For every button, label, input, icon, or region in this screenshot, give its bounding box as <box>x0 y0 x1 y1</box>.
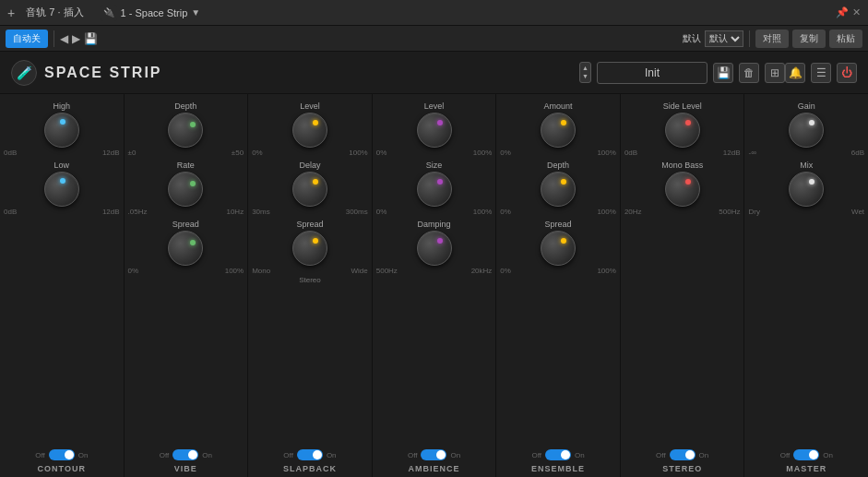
range-left: 0dB <box>4 149 17 157</box>
range-right: 100% <box>473 208 492 216</box>
knob-damping[interactable] <box>417 231 452 266</box>
menu-button[interactable]: ☰ <box>811 63 831 83</box>
nav-fwd-icon[interactable]: ▶ <box>72 32 80 45</box>
module-master: Gain-∞6dBMixDryWetOffOnMASTER <box>744 94 868 477</box>
knob-range: 0dB12dB <box>4 208 120 216</box>
knob-body <box>665 113 700 148</box>
toggle-stereo[interactable] <box>670 449 696 460</box>
module-ambience-knobs: Level0%100%Size0%100%Damping500Hz20kHz <box>376 101 493 446</box>
knob-amount[interactable] <box>541 113 576 148</box>
knob-spread[interactable] <box>168 231 203 266</box>
toggle-ensemble[interactable] <box>545 449 571 460</box>
paste-button[interactable]: 粘贴 <box>829 30 862 48</box>
range-right: 6dB <box>851 149 864 157</box>
range-right: 20kHz <box>471 267 493 275</box>
copy-button[interactable]: 复制 <box>792 30 826 48</box>
plus-icon[interactable]: + <box>7 6 15 20</box>
knob-indicator-dot <box>561 238 566 244</box>
power-button[interactable]: ⏻ <box>837 63 857 83</box>
preset-arrows[interactable]: ▲ ▼ <box>579 62 591 83</box>
toggle-vibe[interactable] <box>172 449 198 460</box>
knob-group-damping: Damping500Hz20kHz <box>376 220 493 275</box>
range-left: ±0 <box>128 149 137 157</box>
module-stereo: Side Level0dB12dBMono Bass20Hz500HzOffOn… <box>621 94 745 477</box>
close-icon[interactable]: ✕ <box>852 6 861 18</box>
knob-gain[interactable] <box>789 113 824 148</box>
toggle-off-label: Off <box>35 451 45 459</box>
module-name-slapback: SLAPBACK <box>283 464 337 473</box>
toggle-ambience[interactable] <box>421 449 446 460</box>
toolbar: 自动关 ◀ ▶ 💾 默认 默认 对照 复制 粘贴 <box>0 26 868 52</box>
nav-back-icon[interactable]: ◀ <box>60 32 68 45</box>
knob-side-level[interactable] <box>665 113 700 148</box>
module-name-ensemble: ENSEMBLE <box>531 464 585 473</box>
knob-mix[interactable] <box>789 172 824 207</box>
pin-icon[interactable]: 📌 <box>836 6 849 18</box>
knob-delay[interactable] <box>292 172 327 207</box>
knob-label-spread: Spread <box>172 220 199 229</box>
toggle-off-label: Off <box>780 451 791 459</box>
delete-preset-button[interactable]: 🗑 <box>739 63 759 83</box>
knob-range: 0%100% <box>376 149 493 157</box>
toggle-off-label: Off <box>656 451 666 459</box>
auto-button[interactable]: 自动关 <box>6 30 48 48</box>
module-ambience: Level0%100%Size0%100%Damping500Hz20kHzOf… <box>373 94 497 477</box>
knob-level[interactable] <box>417 113 452 148</box>
knob-indicator-dot <box>190 240 196 245</box>
header-right: 🔔 ☰ ⏻ <box>785 63 857 83</box>
knob-low[interactable] <box>44 172 79 207</box>
toggle-off-label: Off <box>283 451 293 459</box>
knob-label-level: Level <box>300 101 320 111</box>
preset-dropdown-icon[interactable]: ▼ <box>191 7 200 18</box>
module-ensemble-toggle: OffOn <box>532 449 585 460</box>
preset-name: 1 - Space Strip <box>121 7 188 18</box>
default-select[interactable]: 默认 <box>705 30 743 47</box>
toggle-on-label: On <box>78 451 89 459</box>
knob-level[interactable] <box>292 113 327 148</box>
module-ensemble-knobs: Amount0%100%Depth0%100%Spread0%100% <box>500 101 616 446</box>
range-left: 20Hz <box>624 208 642 216</box>
range-right: 300ms <box>346 208 368 216</box>
module-contour-knobs: High0dB12dBLow0dB12dB <box>4 101 120 446</box>
range-left: Dry <box>748 208 759 216</box>
knob-group-high: High0dB12dB <box>4 101 120 157</box>
knob-range: 0%100% <box>500 208 616 216</box>
knob-range: 0%100% <box>500 149 616 157</box>
knob-size[interactable] <box>417 172 452 207</box>
save-preset-button[interactable]: 💾 <box>713 63 733 83</box>
bell-button[interactable]: 🔔 <box>785 63 805 83</box>
config-preset-button[interactable]: ⊞ <box>765 63 785 83</box>
range-left: .05Hz <box>128 208 148 216</box>
range-left: Mono <box>252 267 270 275</box>
save-icon[interactable]: 💾 <box>84 32 98 45</box>
match-button[interactable]: 对照 <box>755 30 789 48</box>
knob-mono-bass[interactable] <box>665 172 700 207</box>
knob-indicator-dot <box>313 179 318 185</box>
knob-indicator-dot <box>190 122 196 127</box>
knob-label-rate: Rate <box>177 161 195 170</box>
knob-depth[interactable] <box>168 113 203 148</box>
module-vibe: Depth±0±50Rate.05Hz10HzSpread0%100%OffOn… <box>125 94 249 477</box>
preset-icons: 💾 🗑 ⊞ <box>713 63 785 83</box>
knob-range: MonoWide <box>252 267 368 275</box>
toggle-on-label: On <box>823 451 833 459</box>
module-ensemble: Amount0%100%Depth0%100%Spread0%100%OffOn… <box>496 94 621 477</box>
knob-indicator-dot <box>313 238 318 244</box>
toggle-contour[interactable] <box>49 449 75 460</box>
knob-spread[interactable] <box>292 231 327 266</box>
knob-range: 0%100% <box>128 267 244 275</box>
plugin-logo: 🧪 <box>11 60 37 86</box>
knob-high[interactable] <box>44 113 79 148</box>
knob-group-low: Low0dB12dB <box>4 161 120 216</box>
knob-indicator-dot <box>437 179 443 185</box>
knob-label-high: High <box>54 101 71 111</box>
toggle-master[interactable] <box>793 449 819 460</box>
knob-group-depth: Depth±0±50 <box>128 101 244 157</box>
toggle-slapback[interactable] <box>297 449 323 460</box>
knob-body <box>292 231 327 266</box>
knob-rate[interactable] <box>168 172 203 207</box>
knob-spread[interactable] <box>541 231 576 266</box>
knob-label-mono-bass: Mono Bass <box>661 161 703 170</box>
module-slapback-toggle: OffOn <box>283 449 336 460</box>
knob-depth[interactable] <box>541 172 576 207</box>
